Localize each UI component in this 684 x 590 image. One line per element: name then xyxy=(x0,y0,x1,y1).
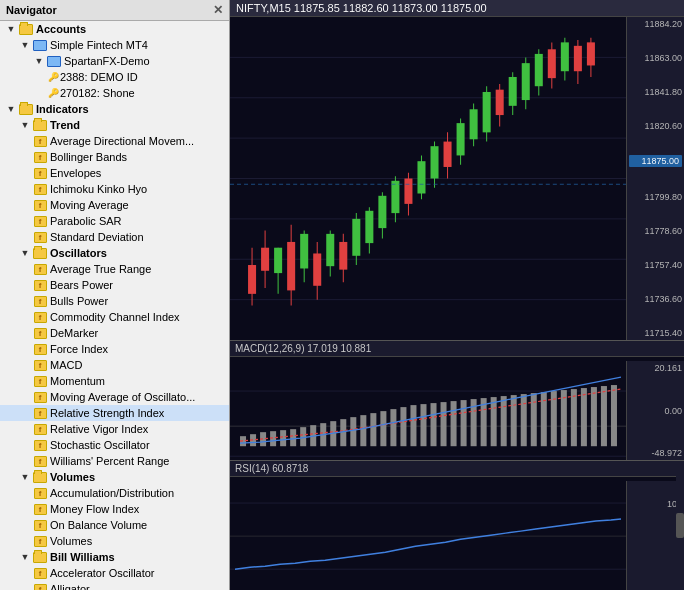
indicator-atr[interactable]: f Average True Range xyxy=(0,261,229,277)
mom-label: Momentum xyxy=(50,375,105,387)
cci-label: Commodity Channel Index xyxy=(50,311,180,323)
vol-ind-label: Volumes xyxy=(50,535,92,547)
chart-header: NIFTY,M15 11875.85 11882.60 11873.00 118… xyxy=(230,0,684,17)
spartanfx-item[interactable]: ▼ SpartanFX-Demo xyxy=(0,53,229,69)
indicator-ma[interactable]: f Moving Average xyxy=(0,197,229,213)
macd-header: MACD(12,26,9) 17.019 10.881 xyxy=(230,341,684,357)
indicator-bb[interactable]: f Bollinger Bands xyxy=(0,149,229,165)
broker-item[interactable]: ▼ Simple Fintech MT4 xyxy=(0,37,229,53)
indicator-macd[interactable]: f MACD xyxy=(0,357,229,373)
indicator-momentum[interactable]: f Momentum xyxy=(0,373,229,389)
chart-scrollbar[interactable] xyxy=(676,461,684,590)
indicator-accum[interactable]: f Accumulation/Distribution xyxy=(0,485,229,501)
indicator-psar[interactable]: f Parabolic SAR xyxy=(0,213,229,229)
indicator-ichimoku[interactable]: f Ichimoku Kinko Hyo xyxy=(0,181,229,197)
spartanfx-icon xyxy=(46,54,62,68)
billwilliams-category[interactable]: ▼ Bill Williams xyxy=(0,549,229,565)
svg-rect-75 xyxy=(340,419,346,446)
indicator-obv[interactable]: f On Balance Volume xyxy=(0,517,229,533)
rvi-icon: f xyxy=(32,422,48,436)
scrollbar-thumb[interactable] xyxy=(676,513,684,539)
indicator-demarker[interactable]: f DeMarker xyxy=(0,325,229,341)
accounts-section[interactable]: ▼ Accounts xyxy=(0,21,229,37)
indicator-rsi[interactable]: f Relative Strength Index xyxy=(0,405,229,421)
ich-label: Ichimoku Kinko Hyo xyxy=(50,183,147,195)
price-4: 11820.60 xyxy=(629,121,682,131)
indicator-mao[interactable]: f Moving Average of Oscillato... xyxy=(0,389,229,405)
navigator-tree: ▼ Accounts ▼ Simple Fintech MT4 ▼ Sparta… xyxy=(0,21,229,590)
indicator-env[interactable]: f Envelopes xyxy=(0,165,229,181)
navigator-close-button[interactable]: ✕ xyxy=(213,3,223,17)
svg-rect-78 xyxy=(370,413,376,446)
svg-rect-30 xyxy=(391,181,399,213)
indicator-alligator[interactable]: f Alligator xyxy=(0,581,229,590)
svg-rect-54 xyxy=(548,49,556,78)
svg-rect-86 xyxy=(451,401,457,446)
trend-toggle-icon: ▼ xyxy=(18,118,32,132)
svg-rect-100 xyxy=(591,387,597,446)
macd-level-2: 0.00 xyxy=(629,406,682,416)
indicator-stoch[interactable]: f Stochastic Oscillator xyxy=(0,437,229,453)
svg-rect-84 xyxy=(431,403,437,446)
oscillators-category[interactable]: ▼ Oscillators xyxy=(0,245,229,261)
indicator-mfi[interactable]: f Money Flow Index xyxy=(0,501,229,517)
svg-rect-8 xyxy=(248,265,256,294)
macd-icon: f xyxy=(32,358,48,372)
indicators-section[interactable]: ▼ Indicators xyxy=(0,101,229,117)
svg-rect-97 xyxy=(561,390,567,446)
svg-rect-82 xyxy=(410,405,416,446)
wpr-label: Williams' Percent Range xyxy=(50,455,169,467)
indicator-wpr[interactable]: f Williams' Percent Range xyxy=(0,453,229,469)
svg-rect-101 xyxy=(601,386,607,446)
svg-rect-70 xyxy=(290,429,296,446)
account-demo-label: 2388: DEMO ID xyxy=(60,71,138,83)
obv-label: On Balance Volume xyxy=(50,519,147,531)
price-7: 11757.40 xyxy=(629,260,682,270)
ma-icon: f xyxy=(32,198,48,212)
allig-icon: f xyxy=(32,582,48,590)
volumes-category[interactable]: ▼ Volumes xyxy=(0,469,229,485)
svg-rect-52 xyxy=(535,54,543,86)
svg-rect-36 xyxy=(431,146,439,178)
accounts-label: Accounts xyxy=(36,23,86,35)
force-label: Force Index xyxy=(50,343,108,355)
svg-rect-71 xyxy=(300,427,306,446)
indicator-acc-osc[interactable]: f Accelerator Oscillator xyxy=(0,565,229,581)
indicator-cci[interactable]: f Commodity Channel Index xyxy=(0,309,229,325)
indicator-bulls[interactable]: f Bulls Power xyxy=(0,293,229,309)
svg-rect-79 xyxy=(380,411,386,446)
account-shone-label: 270182: Shone xyxy=(60,87,135,99)
indicator-vol[interactable]: f Volumes xyxy=(0,533,229,549)
env-icon: f xyxy=(32,166,48,180)
svg-rect-93 xyxy=(521,394,527,446)
accounts-toggle-icon: ▼ xyxy=(4,22,18,36)
stddev-label: Standard Deviation xyxy=(50,231,144,243)
ma-label: Moving Average xyxy=(50,199,129,211)
accum-icon: f xyxy=(32,486,48,500)
bears-label: Bears Power xyxy=(50,279,113,291)
price-3: 11841.80 xyxy=(629,87,682,97)
indicator-force[interactable]: f Force Index xyxy=(0,341,229,357)
svg-rect-48 xyxy=(509,77,517,106)
stoch-label: Stochastic Oscillator xyxy=(50,439,150,451)
svg-rect-46 xyxy=(496,90,504,115)
trend-folder-icon xyxy=(32,118,48,132)
acc1-icon: 🔑 xyxy=(46,70,60,84)
account-shone-item[interactable]: 🔑 270182: Shone xyxy=(0,85,229,101)
obv-icon: f xyxy=(32,518,48,532)
indicator-adm[interactable]: f Average Directional Movem... xyxy=(0,133,229,149)
accosc-icon: f xyxy=(32,566,48,580)
dem-icon: f xyxy=(32,326,48,340)
allig-label: Alligator xyxy=(50,583,90,590)
indicator-stddev[interactable]: f Standard Deviation xyxy=(0,229,229,245)
ich-icon: f xyxy=(32,182,48,196)
main-chart[interactable]: 11884.20 11863.00 11841.80 11820.60 1187… xyxy=(230,17,684,340)
indicator-rvi[interactable]: f Relative Vigor Index xyxy=(0,421,229,437)
indicator-bears[interactable]: f Bears Power xyxy=(0,277,229,293)
dem-label: DeMarker xyxy=(50,327,98,339)
trend-category[interactable]: ▼ Trend xyxy=(0,117,229,133)
svg-rect-56 xyxy=(561,42,569,71)
account-demo-item[interactable]: 🔑 2388: DEMO ID xyxy=(0,69,229,85)
macd-panel: MACD(12,26,9) 17.019 10.881 xyxy=(230,340,684,460)
osc-folder-icon xyxy=(32,246,48,260)
